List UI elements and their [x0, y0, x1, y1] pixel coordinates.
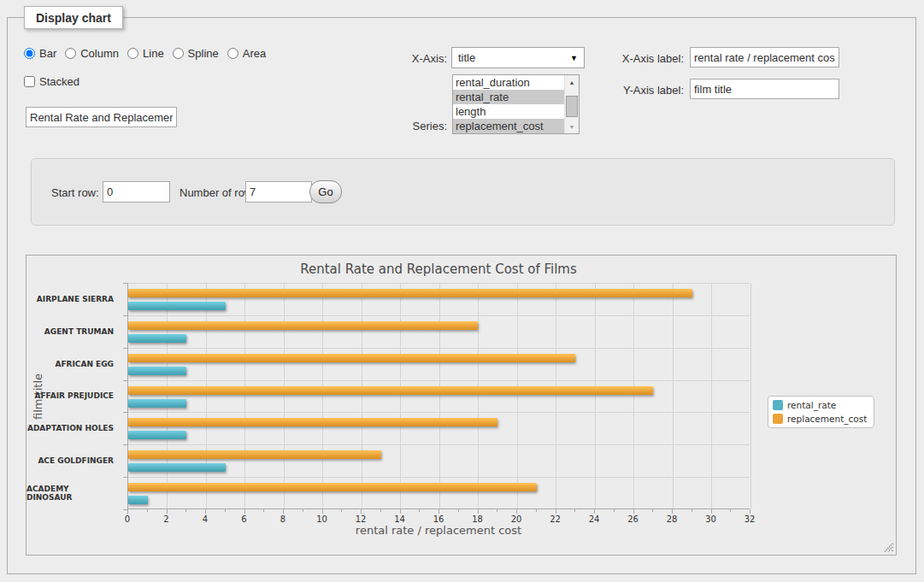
gridline-vertical: [167, 283, 168, 509]
gridline-vertical: [439, 283, 440, 509]
x-axis-label-input[interactable]: [690, 47, 839, 68]
chart-plot-area: [127, 283, 750, 509]
series-label: Series:: [359, 120, 447, 132]
y-axis-tick: [123, 283, 127, 284]
chart-type-spline[interactable]: Spline: [173, 47, 219, 60]
x-axis-tick: [127, 509, 128, 514]
x-axis-tick: [438, 509, 439, 514]
bar-rental_rate: [128, 399, 186, 408]
x-tick-label: 10: [316, 514, 327, 524]
resize-handle-icon[interactable]: [884, 543, 893, 552]
start-row-label: Start row:: [51, 186, 99, 199]
bar-replacement_cost: [128, 483, 537, 491]
chart-type-bar[interactable]: Bar: [24, 47, 56, 60]
x-axis-tick: [244, 509, 245, 514]
chart-type-area-radio[interactable]: [227, 48, 238, 59]
go-button[interactable]: Go: [309, 180, 342, 203]
x-axis-tick: [225, 509, 226, 512]
display-chart-page: Display chart Bar Column Line Spline Are…: [0, 0, 924, 582]
category-label: AIRPLANE SIERRA: [26, 283, 121, 315]
y-axis-tick: [123, 348, 127, 349]
x-axis-tick: [380, 509, 381, 512]
chart-type-column[interactable]: Column: [65, 47, 119, 60]
bar-rental_rate: [128, 431, 186, 439]
category-label: ADAPTATION HOLES: [26, 412, 121, 444]
x-axis-tick: [147, 509, 148, 512]
x-tick-label: 2: [163, 514, 168, 524]
x-axis-tick: [711, 509, 712, 514]
legend-label: replacement_cost: [787, 414, 867, 424]
x-axis-tick: [263, 509, 264, 512]
gridline-vertical: [595, 283, 596, 509]
x-axis-tick: [594, 509, 595, 514]
chart-type-line-radio[interactable]: [127, 48, 138, 59]
chart-x-axis-title: rental rate / replacement cost: [127, 524, 750, 537]
x-axis-tick: [556, 509, 556, 514]
x-tick-label: 8: [280, 514, 285, 524]
gridline-vertical: [673, 283, 674, 509]
number-of-rows-input[interactable]: [245, 181, 312, 203]
chart-type-line-label: Line: [143, 47, 164, 60]
x-axis-tick: [283, 509, 284, 514]
start-row-input[interactable]: [103, 181, 170, 203]
bar-replacement_cost: [128, 321, 478, 330]
x-axis-tick: [303, 509, 303, 512]
series-option-rental-rate[interactable]: rental_rate: [453, 90, 564, 104]
gridline-vertical: [206, 283, 207, 509]
x-tick-label: 0: [125, 514, 130, 524]
gridline-vertical: [362, 283, 362, 509]
chart-title-input[interactable]: [26, 107, 177, 127]
series-listbox: rental_duration rental_rate length repla…: [452, 74, 580, 134]
gridline-horizontal: [128, 444, 750, 445]
scroll-down-icon[interactable]: ▼: [565, 121, 579, 132]
bar-replacement_cost: [128, 418, 497, 426]
category-label: AFRICAN EGG: [26, 348, 121, 380]
replacement_cost-swatch-icon: [773, 414, 783, 424]
bar-rental_rate: [128, 334, 186, 343]
x-tick-label: 6: [241, 514, 246, 524]
category-label: ACE GOLDFINGER: [26, 444, 121, 477]
series-option-length[interactable]: length: [453, 104, 564, 119]
x-tick-label: 22: [550, 514, 561, 524]
stacked-option[interactable]: Stacked: [24, 75, 79, 88]
chart-type-options: Bar Column Line Spline Area: [24, 47, 266, 60]
gridline-horizontal: [128, 315, 750, 316]
series-option-replacement-cost[interactable]: replacement_cost: [453, 119, 564, 133]
y-axis-tick: [123, 315, 127, 316]
chart-type-bar-radio[interactable]: [24, 48, 35, 59]
x-axis-tick: [167, 509, 168, 514]
scrollbar-thumb[interactable]: [566, 96, 578, 117]
x-axis-tick: [400, 509, 401, 514]
x-axis-tick: [730, 509, 731, 512]
x-axis-label-field-label: X-Axis label:: [568, 52, 684, 65]
bar-replacement_cost: [128, 289, 692, 297]
chart-type-spline-radio[interactable]: [173, 48, 184, 59]
gridline-vertical: [711, 283, 712, 509]
y-axis-label-input[interactable]: [690, 79, 839, 99]
x-axis-select[interactable]: title ▼: [451, 47, 585, 68]
chart-type-line[interactable]: Line: [127, 47, 164, 60]
gridline-horizontal: [128, 348, 750, 349]
x-axis-tick: [750, 509, 750, 514]
x-tick-label: 32: [744, 514, 756, 524]
gridline-horizontal: [128, 477, 750, 478]
y-axis-tick: [123, 509, 127, 510]
legend-item-rental_rate[interactable]: rental_rate: [773, 400, 867, 410]
chart-type-area[interactable]: Area: [227, 47, 266, 60]
category-label: AGENT TRUMAN: [26, 315, 121, 348]
bar-rental_rate: [128, 302, 226, 310]
series-option-rental-duration[interactable]: rental_duration: [453, 75, 564, 90]
panel-title: Display chart: [24, 6, 123, 29]
category-label: AFFAIR PREJUDICE: [26, 380, 121, 413]
gridline-vertical: [633, 283, 634, 509]
chart-type-column-radio[interactable]: [65, 48, 76, 59]
stacked-checkbox[interactable]: [24, 76, 35, 87]
x-axis-tick: [361, 509, 362, 514]
x-tick-label: 14: [394, 514, 405, 524]
x-axis-tick: [516, 509, 517, 514]
x-axis-tick: [322, 509, 323, 514]
x-axis-tick: [458, 509, 459, 512]
gridline-vertical: [244, 283, 245, 509]
chart-type-bar-label: Bar: [39, 47, 56, 60]
legend-item-replacement_cost[interactable]: replacement_cost: [773, 414, 867, 424]
